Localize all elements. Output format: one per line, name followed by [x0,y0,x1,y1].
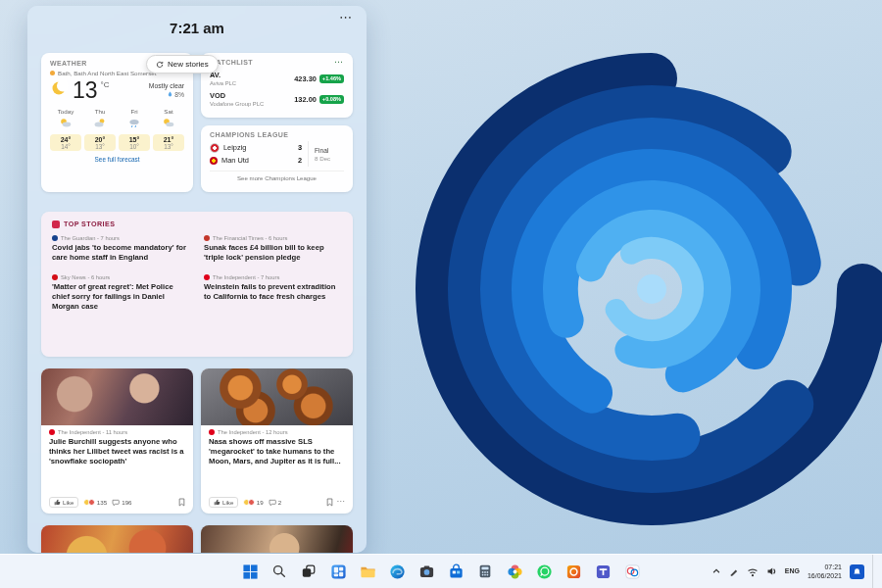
location-pin-icon [50,71,55,75]
comments-count[interactable]: 196 [112,499,131,507]
sports-widget[interactable]: CHAMPIONS LEAGUE Leipzig 3 Ma [201,125,353,192]
story-item[interactable]: The Financial Times - 6 hours Sunak face… [204,235,342,263]
start-button[interactable] [237,559,263,584]
camera-app-button[interactable] [414,559,439,584]
comment-icon [112,499,120,507]
news-card-partial[interactable] [41,525,193,553]
show-desktop-button[interactable] [872,555,876,588]
desktop: 7:21 am ⋯ New stories WEATHER Bath, Bath [0,0,882,588]
stock-price: 132.00 [294,95,317,104]
match-status: Final [315,147,344,154]
network-wifi-icon[interactable] [747,566,759,577]
language-indicator[interactable]: ENG [785,567,800,575]
widgets-panel: 7:21 am ⋯ New stories WEATHER Bath, Bath [27,6,367,553]
widgets-more-icon[interactable]: ⋯ [339,10,353,24]
widgets-button[interactable] [325,559,351,584]
widgets-header: 7:21 am ⋯ [41,6,353,49]
top-stories-title: TOP STORIES [64,220,115,228]
file-explorer-button[interactable] [355,559,380,584]
new-stories-button[interactable]: New stories [146,55,219,74]
forecast-day[interactable]: Sat 21°13° [153,108,184,151]
task-view-button[interactable] [296,559,321,584]
stock-change-badge: +0.08% [319,95,344,104]
temperature-unit: °C [101,80,110,89]
refresh-icon [156,61,164,69]
sun-cloud-icon [59,118,73,128]
pen-icon[interactable] [729,566,739,576]
top-stories-widget: TOP STORIES The Guardian - 7 hours Covid… [41,212,353,357]
independent-favicon [49,429,55,435]
story-item[interactable]: The Independent - 7 hours Weinstein fail… [204,274,342,312]
team-score: 3 [298,143,302,152]
story-item[interactable]: The Guardian - 7 hours Covid jabs 'to be… [52,235,190,263]
thumbs-up-icon [54,499,61,506]
like-button[interactable]: Like [49,497,78,508]
reactions-count[interactable]: 19 [243,499,263,506]
news-card[interactable]: The Independent - 11 hours Julie Burchil… [41,368,193,514]
man-utd-crest-icon [210,157,218,165]
tray-time: 07:21 [808,563,842,571]
watchlist-widget[interactable]: WATCHLIST ⋯ AV. Aviva PLC 423.30 +1.46% [201,53,353,118]
whatsapp-app-button[interactable] [531,559,557,584]
reactions-count[interactable]: 135 [83,499,107,506]
forecast-day[interactable]: Fri 15°10° [119,108,150,151]
news-card[interactable]: The Independent - 12 hours Nasa shows of… [201,368,353,514]
forecast-day[interactable]: Today 24°14° [50,108,81,151]
store-app-button[interactable] [443,559,468,584]
precipitation-value: 8% [174,91,184,98]
wallpaper-bloom [361,37,882,555]
tray-date: 16/06/2021 [808,571,842,580]
emoji-icon [88,499,95,506]
stock-row[interactable]: VOD Vodafone Group PLC 132.00 +0.08% [210,91,344,107]
weather-condition: Mostly clear [149,82,184,89]
article-image [41,368,193,425]
search-button[interactable] [267,559,292,584]
bookmark-icon[interactable] [326,498,333,507]
forecast-day[interactable]: Thu 20°13° [84,108,116,151]
cloud-sun-icon [93,118,107,128]
article-image [201,368,353,425]
weather-widget[interactable]: WEATHER Bath, Bath And North East Somers… [41,53,193,192]
stock-change-badge: +1.46% [319,74,344,83]
hidden-icons-chevron[interactable] [711,566,721,576]
leipzig-crest-icon [210,143,220,153]
watchlist-more-icon[interactable]: ⋯ [334,60,344,65]
independent-favicon [209,429,215,435]
stock-row[interactable]: AV. Aviva PLC 423.30 +1.46% [210,71,344,86]
like-button[interactable]: Like [209,497,238,508]
office-app-button[interactable] [561,559,586,584]
clock-date[interactable]: 07:21 16/06/2021 [808,563,842,580]
team-row: Leipzig 3 [210,141,302,154]
weather-location: Bath, Bath And North East Somerset [58,70,156,76]
match-date: 8 Dec [315,155,344,162]
card-more-icon[interactable]: ⋯ [337,500,346,505]
team-row: Man Utd 2 [210,154,302,167]
team-score: 2 [298,156,302,165]
paint-app-button[interactable] [619,559,645,584]
guardian-favicon [52,235,58,241]
comment-icon [269,499,276,507]
comments-count[interactable]: 2 [269,499,281,507]
sky-news-favicon [52,274,58,280]
independent-favicon [204,274,210,280]
sports-title: CHAMPIONS LEAGUE [210,131,344,138]
see-full-forecast-link[interactable]: See full forecast [50,156,184,163]
photos-app-button[interactable] [502,559,527,584]
see-more-champions-league-link[interactable]: See more Champions League [210,171,344,181]
forecast-row: Today 24°14° Thu 20°13° Fri [50,108,184,151]
teams-app-button[interactable] [590,559,615,584]
bookmark-icon[interactable] [178,498,185,507]
edge-browser-button[interactable] [384,559,410,584]
thumbs-up-icon [214,499,220,506]
news-card-partial[interactable] [201,525,353,553]
story-item[interactable]: Sky News - 6 hours 'Matter of great regr… [52,274,190,312]
new-stories-label: New stories [168,60,209,69]
current-temperature: 13 [73,79,98,102]
moon-icon [50,79,70,97]
volume-icon[interactable] [766,566,777,576]
emoji-icon [248,499,255,506]
notification-center-button[interactable] [850,564,864,579]
calculator-app-button[interactable] [472,559,498,584]
taskbar: ENG 07:21 16/06/2021 [0,554,882,588]
stock-price: 423.30 [294,74,317,83]
